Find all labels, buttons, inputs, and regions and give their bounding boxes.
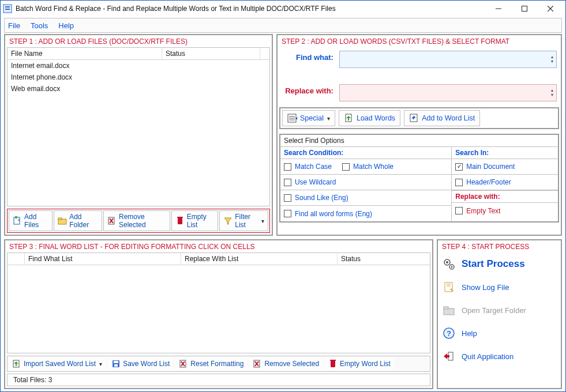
show-log-button[interactable]: Show Log File <box>440 276 559 299</box>
spin-down-icon[interactable]: ▾ <box>548 93 556 97</box>
remove-selected-button[interactable]: Remove Selected <box>103 210 170 231</box>
show-log-label: Show Log File <box>462 283 509 292</box>
add-to-word-list-button[interactable]: Add to Word List <box>404 110 480 126</box>
add-files-icon: + <box>13 216 22 225</box>
filter-list-button[interactable]: Filter List ▾ <box>219 210 268 231</box>
save-word-list-button[interactable]: Save Word List <box>108 357 173 370</box>
load-words-icon <box>344 113 354 123</box>
empty-word-list-button[interactable]: Empty Word List <box>325 357 394 370</box>
remove-selected-wl-button[interactable]: Remove Selected <box>249 357 323 370</box>
svg-point-41 <box>446 261 448 263</box>
main-document-checkbox[interactable]: ✓Main Document <box>455 163 515 171</box>
replace-with-box: ▴▾ <box>339 84 557 101</box>
help-button[interactable]: ? Help <box>440 322 559 345</box>
quit-button[interactable]: Quit Application <box>440 345 559 368</box>
menu-help[interactable]: Help <box>58 21 74 30</box>
step2-panel: STEP 2 : ADD OR LOAD WORDS (CSV/TXT FILE… <box>276 34 562 236</box>
sound-like-checkbox[interactable]: Sound Like (Eng) <box>284 194 348 202</box>
svg-rect-48 <box>444 307 448 309</box>
word-list[interactable]: Find What List Replace With List Status <box>7 252 430 353</box>
empty-list-icon <box>175 216 185 225</box>
replace-with-input[interactable] <box>340 85 548 101</box>
file-row[interactable]: Web email.docx <box>8 83 269 95</box>
help-icon: ? <box>442 326 456 340</box>
find-options-panel: Select Find Options Search Condition: Ma… <box>279 134 559 223</box>
titlebar: Batch Word Find & Replace - Find and Rep… <box>1 1 565 17</box>
load-words-label: Load Words <box>357 114 395 122</box>
app-icon <box>3 4 12 13</box>
file-name-cell: Internet email.docx <box>8 60 162 71</box>
reset-icon <box>179 359 188 368</box>
reset-formatting-button[interactable]: Reset Formatting <box>175 357 247 370</box>
file-list-header: File Name Status <box>8 48 269 60</box>
step3-panel: STEP 3 : FINAL WORD LIST - FOR EDITING F… <box>4 239 433 389</box>
find-what-input[interactable] <box>340 51 548 67</box>
step1-title: STEP 1 : ADD OR LOAD FILES (DOC/DOCX/RTF… <box>7 37 270 47</box>
add-folder-icon <box>58 216 67 225</box>
maximize-button[interactable] <box>511 1 537 17</box>
start-process-button[interactable]: Start Process <box>440 252 559 276</box>
help-label: Help <box>462 329 477 338</box>
menubar: File Tools Help <box>4 18 562 33</box>
find-what-box: ▴▾ <box>339 51 557 68</box>
file-name-cell: Internet phone.docx <box>8 71 162 83</box>
col-select[interactable] <box>8 253 25 265</box>
load-words-button[interactable]: Load Words <box>339 110 400 126</box>
add-files-button[interactable]: + Add Files <box>9 210 53 231</box>
open-target-button[interactable]: Open Target Folder <box>440 299 559 322</box>
replace-with-header: Replace with: <box>452 190 558 203</box>
minimize-button[interactable] <box>485 1 511 17</box>
status-bar: Total Files: 3 <box>7 374 430 386</box>
filter-icon <box>223 216 233 225</box>
file-row[interactable]: Internet phone.docx <box>8 71 269 83</box>
match-whole-checkbox[interactable]: Match Whole <box>342 163 393 171</box>
dropdown-arrow-icon: ▾ <box>327 115 330 122</box>
quit-icon <box>442 349 456 363</box>
add-files-label: Add Files <box>24 213 48 229</box>
file-list[interactable]: File Name Status Internet email.docx Int… <box>7 47 270 206</box>
svg-rect-16 <box>177 217 183 218</box>
header-footer-checkbox[interactable]: Header/Footer <box>455 178 511 186</box>
close-button[interactable] <box>537 1 563 17</box>
svg-rect-1 <box>5 6 10 7</box>
svg-point-43 <box>451 266 453 268</box>
menu-tools[interactable]: Tools <box>31 21 48 30</box>
start-process-label: Start Process <box>462 258 525 270</box>
remove-label: Remove Selected <box>264 360 319 368</box>
col-status[interactable]: Status <box>338 253 430 265</box>
svg-rect-39 <box>330 360 336 361</box>
all-word-forms-checkbox[interactable]: Find all word forms (Eng) <box>284 210 372 218</box>
reset-label: Reset Formatting <box>190 360 243 368</box>
svg-rect-30 <box>114 361 118 363</box>
add-folder-button[interactable]: Add Folder <box>54 210 102 231</box>
svg-rect-15 <box>178 218 182 224</box>
match-case-checkbox[interactable]: Match Case <box>284 163 332 171</box>
step1-panel: STEP 1 : ADD OR LOAD FILES (DOC/DOCX/RTF… <box>4 34 273 236</box>
folder-icon <box>442 303 456 317</box>
quit-label: Quit Application <box>462 352 513 361</box>
menu-file[interactable]: File <box>8 21 20 30</box>
empty-text-checkbox[interactable]: Empty Text <box>455 207 500 215</box>
remove-icon <box>253 359 262 368</box>
special-icon <box>287 113 298 123</box>
file-status-cell <box>162 83 269 95</box>
svg-text:?: ? <box>447 329 451 338</box>
add-to-list-icon <box>409 113 419 123</box>
svg-rect-11 <box>58 218 62 220</box>
special-button[interactable]: Special ▾ <box>282 110 335 126</box>
col-find-what[interactable]: Find What List <box>25 253 181 265</box>
word-list-header: Find What List Replace With List Status <box>8 253 430 265</box>
log-icon <box>442 280 456 294</box>
file-row[interactable]: Internet email.docx <box>8 60 269 71</box>
col-filename[interactable]: File Name <box>8 48 162 59</box>
col-status[interactable]: Status <box>162 48 260 59</box>
import-word-list-button[interactable]: Import Saved Word List ▾ <box>9 357 106 370</box>
add-to-list-label: Add to Word List <box>422 114 475 122</box>
col-replace-with[interactable]: Replace With List <box>181 253 338 265</box>
gear-icon <box>442 257 456 271</box>
svg-rect-4 <box>522 6 527 12</box>
empty-list-button[interactable]: Empty List <box>171 210 218 231</box>
use-wildcard-checkbox[interactable]: Use Wildcard <box>284 178 336 186</box>
spin-down-icon[interactable]: ▾ <box>548 59 556 64</box>
empty-label: Empty Word List <box>340 360 391 368</box>
